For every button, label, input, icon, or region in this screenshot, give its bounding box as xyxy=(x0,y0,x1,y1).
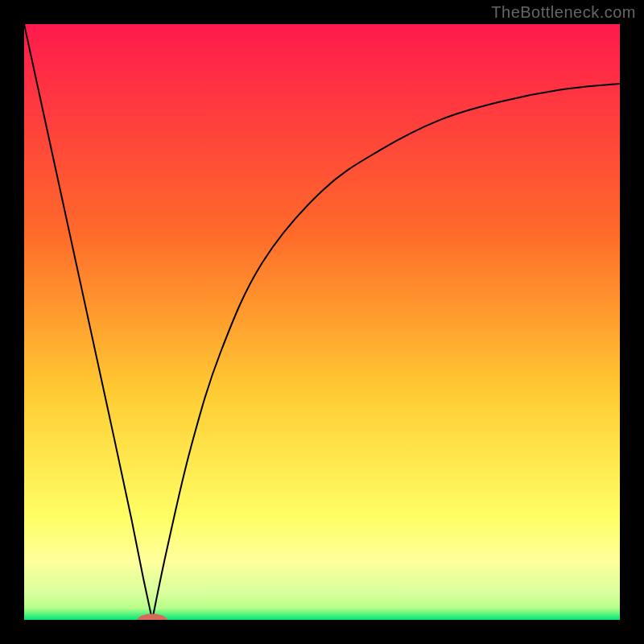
chart-frame: TheBottleneck.com xyxy=(0,0,644,644)
plot-area xyxy=(24,24,620,620)
watermark-text: TheBottleneck.com xyxy=(491,3,636,22)
plot-svg xyxy=(24,24,620,620)
gradient-background xyxy=(24,24,620,620)
